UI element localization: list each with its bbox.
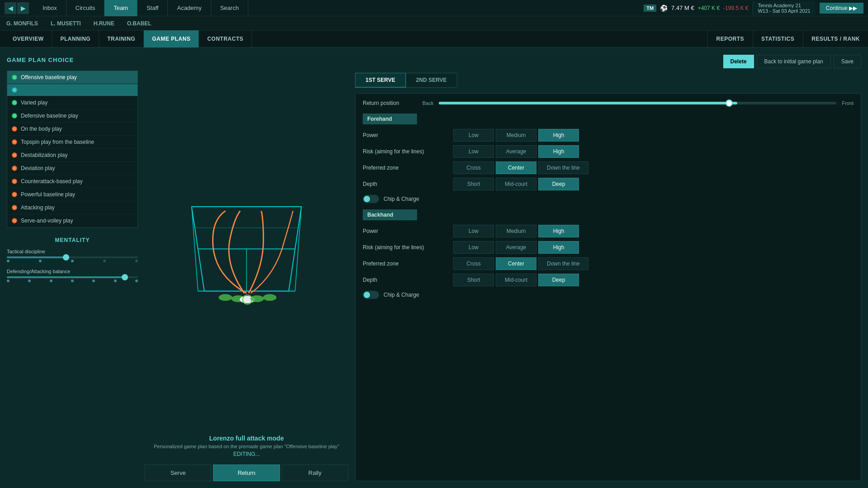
gp-item-5[interactable]: Topspin play from the baseline [7,136,138,149]
forehand-depth-deep[interactable]: Deep [538,178,579,190]
section-reports[interactable]: REPORTS [707,30,752,47]
gp-item-4[interactable]: On the body play [7,123,138,136]
back-initial-button[interactable]: Back to initial game plan [757,55,831,68]
backhand-zone-cross[interactable]: Cross [453,257,494,270]
court-container [145,55,348,435]
money-display: TM ⚽ 7.47 M € +407 K € -199.5 K € [644,5,748,12]
backhand-risk-average[interactable]: Average [496,241,536,254]
forehand-zone-center[interactable]: Center [496,161,536,174]
gp-item-3[interactable]: Defensive baseline play [7,109,138,123]
nav-items: Inbox Circuits Team Staff Academy Search [33,0,248,16]
gp-item-1[interactable] [7,84,138,96]
delete-button[interactable]: Delete [723,55,754,68]
gp-dot-11 [12,218,17,223]
nav-academy[interactable]: Academy [168,0,211,16]
section-statistics[interactable]: STATISTICS [753,30,802,47]
section-contracts[interactable]: CONTRACTS [199,30,252,47]
rally-button[interactable]: Rally [282,464,348,481]
nav-staff[interactable]: Staff [138,0,168,16]
forehand-risk-low[interactable]: Low [453,145,494,158]
gp-dot-2 [12,100,17,105]
main-content: GAME PLAN CHOICE Offensive baseline play… [0,48,868,488]
td-dot-3 [71,260,74,262]
serve-tab-2nd[interactable]: 2ND SERVE [406,73,457,88]
player-tab-rune[interactable]: H.RUNE [92,20,116,27]
def-atk-track[interactable] [7,276,138,278]
backhand-power-high[interactable]: High [538,225,579,237]
def-atk-thumb[interactable] [122,274,128,280]
section-gameplans[interactable]: GAME PLANS [144,30,199,47]
serve-tabs: 1ST SERVE 2ND SERVE [355,73,861,88]
player-tab-musetti[interactable]: L. MUSETTI [49,20,83,27]
forehand-zone-cross[interactable]: Cross [453,161,494,174]
serve-tab-1st[interactable]: 1ST SERVE [355,73,406,88]
forehand-chip-toggle[interactable] [363,195,379,203]
left-panel: GAME PLAN CHOICE Offensive baseline play… [7,55,138,481]
backhand-power-low[interactable]: Low [453,225,494,237]
gp-item-8[interactable]: Counterattack-based play [7,175,138,188]
backhand-depth-midcourt[interactable]: Mid-court [496,274,536,286]
forehand-zone-downline[interactable]: Down the line [538,161,588,174]
nav-circuits[interactable]: Circuits [66,0,104,16]
def-atk-fill [7,276,125,278]
backhand-chip-thumb [364,292,370,298]
forehand-depth-short[interactable]: Short [453,178,494,190]
backhand-risk-low[interactable]: Low [453,241,494,254]
tactical-discipline-slider-group: Tactical discipline [7,249,138,262]
backhand-zone-center[interactable]: Center [496,257,536,270]
nav-back-button[interactable]: ◀ [5,2,16,14]
section-training[interactable]: TRAINING [99,30,144,47]
forehand-risk-average[interactable]: Average [496,145,536,158]
gp-label-10: Attacking play [21,204,55,211]
backhand-risk-row: Risk (aiming for the lines) Low Average … [363,241,854,254]
top-buttons: Delete Back to initial game plan Save [355,55,861,68]
gp-label-0: Offensive baseline play [21,74,77,81]
gp-item-7[interactable]: Deviation play [7,162,138,175]
svg-point-14 [263,294,276,301]
player-tab-monfils[interactable]: G. MONFILS [5,20,40,27]
forehand-power-medium[interactable]: Medium [496,129,536,142]
forehand-risk-high[interactable]: High [538,145,579,158]
game-week: W13 - Sat 03 April 2021 [758,8,810,14]
gp-item-2[interactable]: Varied play [7,96,138,109]
continue-button[interactable]: Continue ▶▶ [820,3,863,14]
right-panel: Delete Back to initial game plan Save 1S… [355,55,861,481]
save-button[interactable]: Save [834,55,861,68]
player-tab-babel[interactable]: O.BABEL [125,20,153,27]
nav-inbox[interactable]: Inbox [33,0,66,16]
tactical-discipline-thumb[interactable] [63,254,69,261]
nav-forward-button[interactable]: ▶ [17,2,29,14]
section-results[interactable]: RESULTS / RANK [803,30,868,47]
nav-search[interactable]: Search [211,0,248,16]
gp-dot-10 [12,205,17,210]
serve-button[interactable]: Serve [145,464,211,481]
backhand-risk-high[interactable]: High [538,241,579,254]
tactical-discipline-track[interactable] [7,256,138,258]
forehand-section: Forehand Power Low Medium High Risk (aim… [363,114,854,203]
gp-dot-5 [12,139,17,145]
top-right: TM ⚽ 7.47 M € +407 K € -199.5 K € Tennis… [644,1,863,15]
return-button[interactable]: Return [213,464,280,481]
backhand-depth-deep[interactable]: Deep [538,274,579,286]
gp-item-9[interactable]: Powerful baseline play [7,188,138,201]
da-dot-7 [135,280,138,282]
gp-item-11[interactable]: Serve-and-volley play [7,214,138,227]
gp-item-0[interactable]: Offensive baseline play [7,71,138,84]
gp-item-6[interactable]: Destabilization play [7,149,138,162]
gp-label-9: Powerful baseline play [21,191,75,198]
backhand-zone-downline[interactable]: Down the line [538,257,588,270]
return-position-thumb[interactable] [726,99,733,107]
return-position-slider[interactable] [439,102,836,104]
backhand-chip-toggle[interactable] [363,291,379,299]
def-atk-slider-group: Defending/Attacking balance [7,269,138,282]
forehand-power-high[interactable]: High [538,129,579,142]
backhand-power-medium[interactable]: Medium [496,225,536,237]
forehand-zone-buttons: Cross Center Down the line [453,161,588,174]
section-overview[interactable]: OVERVIEW [5,30,52,47]
forehand-depth-midcourt[interactable]: Mid-court [496,178,536,190]
gp-item-10[interactable]: Attacking play [7,201,138,214]
backhand-depth-short[interactable]: Short [453,274,494,286]
section-planning[interactable]: PLANNING [52,30,99,47]
forehand-power-low[interactable]: Low [453,129,494,142]
nav-team[interactable]: Team [104,0,138,16]
